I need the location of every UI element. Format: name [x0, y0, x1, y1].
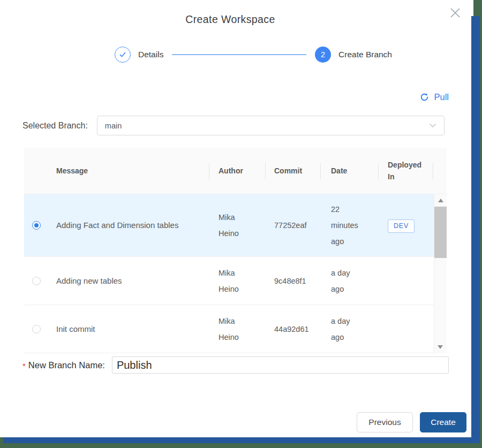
table-body: Adding Fact and Dimension tables Mika He…: [24, 194, 447, 353]
branch-select[interactable]: main: [97, 116, 445, 135]
cell-date: a day ago: [320, 313, 378, 345]
radio-selected[interactable]: [32, 221, 41, 230]
required-asterisk: *: [22, 361, 26, 370]
step-create-branch: 2 Create Branch: [315, 47, 392, 63]
step-details: Details: [115, 47, 163, 63]
step-create-branch-label: Create Branch: [338, 50, 392, 59]
table-header: Message Author Commit Date Deployed In: [24, 148, 447, 194]
header-date: Date: [320, 165, 378, 177]
new-branch-row: * New Branch Name:: [22, 356, 449, 374]
table-row[interactable]: Init commit Mika Heino 44a92d61 a day ag…: [24, 305, 434, 353]
stepper-connector: [172, 54, 306, 55]
create-workspace-modal: Create Workspace Details 2 Create Branch: [0, 0, 482, 448]
cell-author: Mika Heino: [209, 209, 265, 241]
table-row[interactable]: Adding new tables Mika Heino 9c48e8f1 a …: [24, 257, 434, 305]
cell-date: 22 minutes ago: [320, 201, 378, 249]
scroll-up-icon[interactable]: [438, 199, 443, 202]
new-branch-label: New Branch Name:: [28, 360, 105, 370]
commit-table: Message Author Commit Date Deployed In A…: [24, 148, 447, 353]
cell-commit: 9c48e8f1: [265, 273, 320, 289]
page-title: Create Workspace: [0, 13, 461, 26]
selected-branch-label: Selected Branch:: [22, 121, 88, 131]
create-button[interactable]: Create: [420, 412, 466, 432]
header-scrollbar-spacer: [433, 148, 446, 194]
step-details-label: Details: [138, 50, 163, 59]
new-branch-input[interactable]: [112, 356, 449, 374]
step-number-badge: 2: [315, 47, 331, 63]
pull-label: Pull: [434, 92, 449, 102]
cell-date: a day ago: [320, 265, 378, 297]
page-edge-green-bottom-left: [0, 437, 3, 443]
table-row[interactable]: Adding Fact and Dimension tables Mika He…: [24, 194, 434, 257]
page-edge-green-bottom: [0, 443, 482, 448]
cell-message: Adding new tables: [48, 273, 209, 289]
scroll-down-icon[interactable]: [438, 345, 443, 349]
cell-author: Mika Heino: [209, 313, 265, 345]
radio-unselected[interactable]: [32, 325, 41, 333]
header-commit: Commit: [265, 165, 320, 177]
page-edge-blue-right: [471, 16, 480, 443]
check-icon: [115, 47, 131, 63]
selected-branch-row: Selected Branch: main: [22, 116, 445, 135]
refresh-icon: [420, 93, 429, 102]
close-icon[interactable]: [449, 7, 462, 20]
branch-select-value: main: [105, 122, 429, 130]
cell-message: Init commit: [48, 321, 209, 337]
page-edge-blue-bottom: [3, 437, 480, 443]
cell-message: Adding Fact and Dimension tables: [48, 217, 209, 233]
deployed-env-badge: DEV: [388, 219, 415, 233]
cell-commit: 77252eaf: [265, 217, 320, 233]
page-edge-green-right: [480, 0, 482, 448]
header-deployed-in: Deployed In: [378, 160, 433, 183]
page-edge-green-corner: [473, 0, 482, 16]
radio-unselected[interactable]: [32, 277, 41, 285]
table-scrollbar[interactable]: [434, 194, 447, 353]
cell-commit: 44a92d61: [265, 321, 320, 337]
previous-button[interactable]: Previous: [357, 412, 413, 432]
header-message: Message: [48, 165, 209, 177]
header-author: Author: [209, 165, 265, 177]
stepper: Details 2 Create Branch: [115, 47, 392, 63]
scrollbar-thumb[interactable]: [434, 207, 447, 258]
pull-button[interactable]: Pull: [420, 92, 449, 102]
cell-author: Mika Heino: [209, 265, 265, 297]
chevron-down-icon: [429, 123, 436, 128]
